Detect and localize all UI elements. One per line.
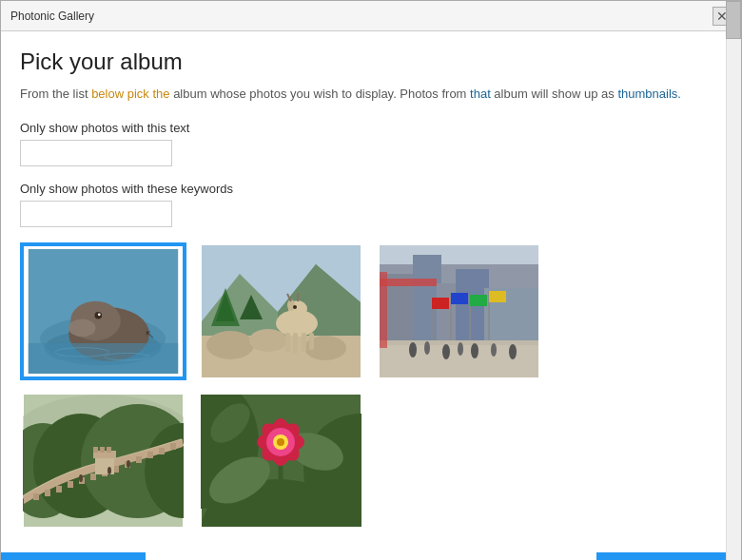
svg-point-84 (107, 467, 111, 474)
svg-rect-66 (45, 490, 50, 496)
svg-point-99 (277, 438, 284, 446)
svg-rect-70 (90, 473, 96, 480)
svg-text:↖: ↖ (145, 327, 155, 341)
svg-rect-43 (432, 298, 449, 309)
description-text: From the list below pick the album whose… (20, 85, 707, 104)
svg-point-85 (127, 460, 130, 468)
keywords-filter-input[interactable] (20, 201, 172, 227)
keywords-filter-label: Only show photos with these keywords (20, 182, 707, 196)
svg-rect-20 (285, 333, 290, 352)
svg-rect-77 (170, 443, 176, 450)
svg-rect-75 (147, 452, 153, 458)
svg-point-5 (68, 319, 95, 337)
svg-rect-80 (93, 447, 98, 453)
svg-rect-49 (489, 291, 506, 302)
svg-rect-65 (33, 493, 39, 500)
content-area: Pick your album From the list below pick… (1, 31, 741, 549)
thumbnails-grid: ↖ (20, 242, 707, 530)
svg-point-83 (79, 474, 83, 482)
svg-rect-45 (451, 293, 468, 304)
svg-rect-76 (159, 448, 165, 454)
next-button[interactable]: Next ❯ (596, 552, 741, 561)
svg-point-27 (293, 305, 297, 309)
svg-rect-58 (380, 272, 387, 348)
previous-button[interactable]: ❮ Previous (1, 552, 146, 561)
svg-point-56 (509, 344, 517, 359)
thumbnail-item[interactable] (198, 392, 364, 530)
thumbnail-image (23, 395, 184, 527)
svg-rect-82 (107, 447, 111, 453)
svg-rect-47 (470, 295, 487, 306)
svg-rect-68 (68, 481, 73, 488)
thumbnail-image: ↖ (27, 249, 180, 374)
svg-point-52 (442, 344, 450, 359)
thumbnail-item[interactable] (376, 242, 542, 380)
svg-point-51 (424, 341, 430, 355)
svg-rect-23 (309, 333, 314, 350)
svg-point-55 (491, 343, 497, 357)
thumbnail-image (201, 245, 361, 377)
svg-point-7 (98, 313, 101, 316)
window-title: Photonic Gallery (10, 10, 94, 23)
text-filter-input[interactable] (20, 140, 172, 166)
svg-point-50 (409, 342, 417, 357)
thumbnail-item[interactable] (20, 392, 186, 530)
thumbnail-item[interactable] (198, 242, 364, 380)
svg-point-53 (458, 342, 463, 356)
svg-rect-67 (56, 486, 62, 492)
svg-rect-22 (302, 333, 306, 352)
text-filter-label: Only show photos with this text (20, 121, 707, 135)
svg-point-16 (206, 331, 254, 359)
svg-rect-81 (100, 447, 105, 453)
thumbnail-image (379, 245, 539, 377)
svg-rect-8 (29, 342, 178, 373)
thumbnail-item[interactable]: ↖ (20, 242, 186, 380)
page-title: Pick your album (20, 48, 707, 75)
thumbnail-image (201, 395, 361, 527)
svg-point-54 (471, 343, 478, 358)
main-window: Photonic Gallery ✕ Pick your album From … (0, 0, 742, 560)
footer-navigation: ❮ Previous Next ❯ (1, 549, 741, 561)
titlebar: Photonic Gallery ✕ (1, 1, 741, 31)
svg-rect-57 (380, 279, 437, 286)
svg-rect-21 (293, 333, 298, 354)
svg-rect-74 (136, 456, 142, 463)
